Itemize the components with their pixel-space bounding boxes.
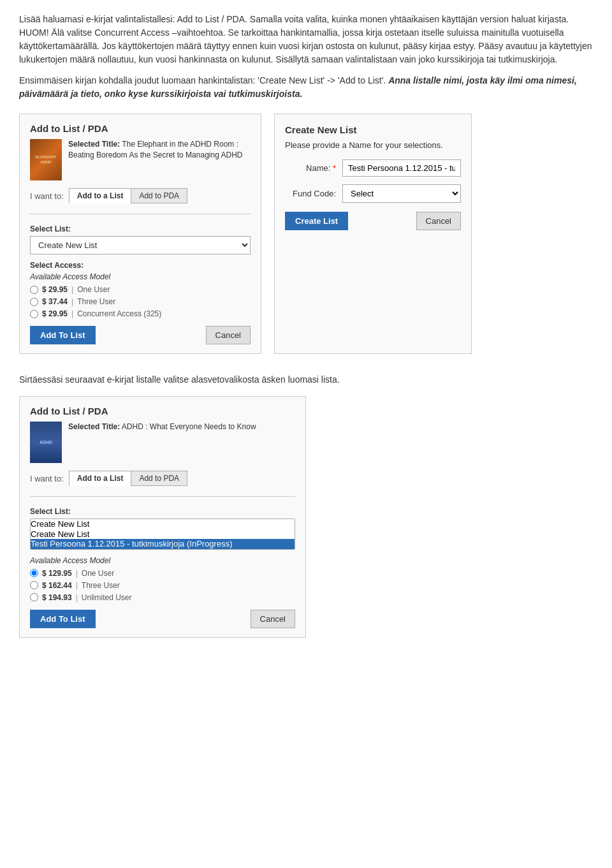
i-want-to-label-1: I want to: [30,191,64,201]
panel-area-1: Add to List / PDA ELEPHANTADHD Selected … [19,114,593,354]
radio-item-1-1: $ 29.95 | One User [30,285,251,294]
fund-code-form-row: Fund Code: Select [285,184,461,203]
add-to-list-panel-2: Add to List / PDA ADHD Selected Title: A… [19,396,306,638]
add-to-list-btn-2[interactable]: Add To List [30,610,96,628]
radio-group-1: Available Access Model $ 29.95 | One Use… [30,272,251,318]
selected-title-area-1: ELEPHANTADHD Selected Title: The Elephan… [30,139,251,180]
book-cover-1: ELEPHANTADHD [30,139,62,180]
selected-title-area-2: ADHD Selected Title: ADHD : What Everyon… [30,422,295,463]
panel2-title: Add to List / PDA [30,406,295,416]
intro-para1: Lisää haluamasi e-kirjat valintalistalle… [19,13,593,66]
radio-unlimited-user-2[interactable] [30,593,38,601]
fund-code-select[interactable]: Select [342,184,461,203]
radio-three-user-1[interactable] [30,298,38,306]
name-form-row: Name: * [285,159,461,177]
radio-one-user-2[interactable] [30,569,38,577]
cancel-btn-2[interactable]: Cancel [251,610,295,628]
select-list-dropdown-1[interactable]: Create New List [30,236,251,254]
selected-title-text-2: Selected Title: ADHD : What Everyone Nee… [68,422,256,463]
radio-item-1-3: $ 29.95 | Concurrent Access (325) [30,309,251,318]
select-access-label-1: Select Access: [30,261,251,270]
name-label: Name: * [285,163,336,173]
create-list-cancel-btn[interactable]: Cancel [416,212,461,230]
radio-item-2-3: $ 194.93 | Unlimited User [30,593,295,602]
create-list-actions: Create List Cancel [285,212,461,230]
radio-concurrent-1[interactable] [30,310,38,318]
cancel-btn-1[interactable]: Cancel [206,326,251,344]
add-to-list-btn-1[interactable]: Add To List [30,326,96,344]
create-list-panel: Create New List Please provide a Name fo… [274,114,472,354]
select-list-field-1: Select List: Create New List [30,224,251,254]
divider-1 [30,214,251,214]
create-list-subtitle: Please provide a Name for your selection… [285,139,461,152]
selected-title-text-1: Selected Title: The Elephant in the ADHD… [68,139,251,180]
section-text-2: Sirtäessäsi seuraavat e-kirjat listalle … [19,373,593,386]
tab-row-1: I want to: Add to a List Add to PDA [30,188,251,203]
available-access-label-1: Available Access Model [30,272,251,281]
select-list-field-2: Select List: Create New List Create New … [30,507,295,550]
add-to-pda-tab-2[interactable]: Add to PDA [131,471,187,486]
select-list-dropdown-2[interactable]: Create New List Create New List Testi Pe… [30,519,295,550]
intro-para2: Ensimmäisen kirjan kohdalla joudut luoma… [19,74,593,101]
select-access-field-1: Select Access: Available Access Model $ … [30,261,251,318]
book-cover-2: ADHD [30,422,62,463]
radio-three-user-2[interactable] [30,581,38,589]
add-to-pda-tab-1[interactable]: Add to PDA [131,188,187,203]
add-to-list-tab-2[interactable]: Add to a List [69,471,131,486]
fund-code-label: Fund Code: [285,189,336,198]
radio-one-user-1[interactable] [30,286,38,294]
panel1-actions: Add To List Cancel [30,326,251,344]
create-list-btn[interactable]: Create List [285,212,348,230]
add-to-list-tab-1[interactable]: Add to a List [69,188,131,203]
radio-item-2-2: $ 162.44 | Three User [30,581,295,590]
select-list-label-2: Select List: [30,507,295,516]
name-input[interactable] [342,159,461,177]
create-list-title: Create New List [285,124,461,135]
available-access-label-2: Available Access Model [30,556,295,565]
i-want-to-label-2: I want to: [30,474,64,483]
tab-row-2: I want to: Add to a List Add to PDA [30,471,295,486]
radio-item-2-1: $ 129.95 | One User [30,569,295,578]
panel2-actions: Add To List Cancel [30,610,295,628]
add-to-list-panel-1: Add to List / PDA ELEPHANTADHD Selected … [19,114,261,354]
divider-2 [30,496,295,497]
panel1-title: Add to List / PDA [30,123,251,134]
available-access-field-2: Available Access Model $ 129.95 | One Us… [30,556,295,602]
select-list-label-1: Select List: [30,224,251,233]
radio-group-2: $ 129.95 | One User $ 162.44 | Three Use… [30,569,295,602]
radio-item-1-2: $ 37.44 | Three User [30,297,251,306]
